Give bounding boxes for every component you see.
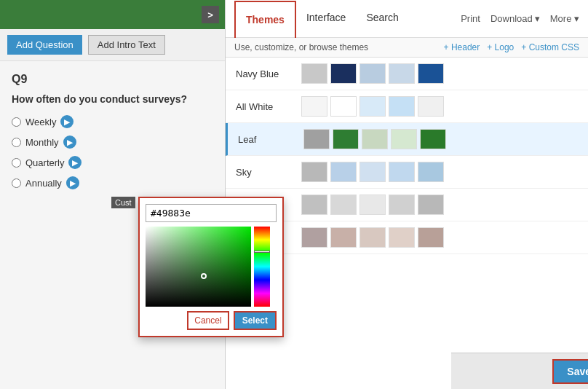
theme-name-3: Sky	[236, 167, 294, 178]
swatch-4-4[interactable]	[418, 194, 444, 215]
quarterly-arrow[interactable]: ▶	[68, 156, 82, 169]
monthly-arrow[interactable]: ▶	[63, 135, 76, 149]
sub-bar: Use, customize, or browse themes Header …	[226, 38, 588, 58]
swatch-0-2[interactable]	[359, 63, 386, 84]
left-buttons: Add Question Add Intro Text	[0, 29, 225, 61]
color-swatches-3	[301, 162, 444, 182]
swatch-1-0[interactable]	[301, 96, 327, 117]
color-hex-row	[146, 204, 277, 222]
theme-name-2: Leaf	[238, 134, 296, 145]
add-intro-button[interactable]: Add Intro Text	[88, 35, 165, 55]
swatch-3-1[interactable]	[330, 162, 357, 182]
picker-buttons: Cancel Select	[146, 311, 277, 330]
download-action[interactable]: Download ▾	[490, 13, 540, 24]
theme-row-navy-blue[interactable]: Navy Blue	[226, 58, 588, 90]
swatch-2-1[interactable]	[333, 129, 359, 149]
gradient-cursor	[201, 273, 207, 279]
option-label-weekly: Weekly	[25, 117, 56, 127]
color-swatches-1	[301, 96, 444, 117]
sub-bar-text: Use, customize, or browse themes	[234, 42, 368, 52]
custom-css-link[interactable]: Custom CSS	[521, 42, 579, 52]
theme-row-leaf[interactable]: Leaf	[226, 123, 588, 156]
swatch-2-0[interactable]	[303, 129, 330, 149]
option-annually: Annually ▶	[12, 176, 213, 189]
color-swatches-2	[303, 129, 446, 149]
bottom-bar: Save Changes Cancel	[451, 353, 588, 389]
weekly-arrow[interactable]: ▶	[60, 115, 74, 128]
theme-row-sky[interactable]: Sky	[226, 156, 588, 189]
swatch-4-1[interactable]	[330, 194, 357, 215]
swatch-2-4[interactable]	[420, 129, 446, 149]
option-weekly: Weekly ▶	[12, 115, 213, 128]
add-question-button[interactable]: Add Question	[7, 35, 82, 55]
swatch-3-4[interactable]	[418, 162, 444, 182]
theme-row-all-white[interactable]: All White	[226, 90, 588, 123]
hue-slider[interactable]	[254, 227, 270, 307]
color-swatches-4	[301, 194, 444, 215]
radio-quarterly[interactable]	[12, 158, 21, 168]
swatch-4-0[interactable]	[301, 194, 327, 215]
swatch-0-4[interactable]	[418, 63, 444, 84]
swatch-0-1[interactable]	[330, 63, 357, 84]
option-monthly: Monthly ▶	[12, 135, 213, 149]
swatch-5-2[interactable]	[359, 227, 386, 248]
swatch-1-2[interactable]	[359, 96, 386, 117]
swatch-2-3[interactable]	[391, 129, 417, 149]
swatch-3-3[interactable]	[389, 162, 415, 182]
hue-indicator	[254, 251, 270, 253]
top-right-actions: Print Download ▾ More ▾	[461, 13, 579, 24]
swatch-5-4[interactable]	[418, 227, 444, 248]
color-swatches-5	[301, 227, 444, 248]
picker-select-button[interactable]: Select	[234, 311, 277, 330]
swatch-0-0[interactable]	[301, 63, 327, 84]
logo-link[interactable]: Logo	[487, 42, 514, 52]
color-hex-input[interactable]	[146, 204, 277, 222]
swatch-5-0[interactable]	[301, 227, 327, 248]
radio-monthly[interactable]	[12, 138, 21, 147]
sub-bar-links: Header Logo Custom CSS	[444, 42, 579, 52]
color-picker-popup: Cancel Select	[138, 197, 284, 337]
annually-arrow[interactable]: ▶	[66, 176, 79, 189]
swatch-4-2[interactable]	[359, 194, 386, 215]
more-action[interactable]: More ▾	[550, 13, 579, 24]
top-tabs: Themes Interface Search	[234, 0, 409, 37]
option-label-quarterly: Quarterly	[25, 157, 64, 168]
swatch-0-3[interactable]	[389, 63, 415, 84]
swatch-1-4[interactable]	[418, 96, 444, 117]
question-label: Q9	[12, 73, 213, 86]
tab-interface[interactable]: Interface	[296, 0, 356, 37]
radio-annually[interactable]	[12, 178, 21, 188]
swatch-3-2[interactable]	[359, 162, 386, 182]
left-header: >	[0, 0, 225, 29]
color-gradient[interactable]	[146, 227, 251, 307]
swatch-5-1[interactable]	[330, 227, 357, 248]
question-area: Q9 How often do you conduct surveys? Wee…	[0, 61, 225, 208]
swatch-1-3[interactable]	[389, 96, 415, 117]
swatch-4-3[interactable]	[389, 194, 415, 215]
header-link[interactable]: Header	[444, 42, 480, 52]
swatch-3-0[interactable]	[301, 162, 327, 182]
color-swatches-0	[301, 63, 444, 84]
picker-cancel-button[interactable]: Cancel	[187, 311, 229, 330]
print-action[interactable]: Print	[461, 13, 480, 24]
swatch-1-1[interactable]	[330, 96, 357, 117]
top-bar: Themes Interface Search Print Download ▾…	[226, 0, 588, 38]
swatch-2-2[interactable]	[362, 129, 388, 149]
tab-themes[interactable]: Themes	[234, 1, 296, 38]
swatch-5-3[interactable]	[389, 227, 415, 248]
option-label-monthly: Monthly	[25, 137, 59, 148]
theme-name-0: Navy Blue	[236, 68, 294, 79]
question-text: How often do you conduct surveys?	[12, 93, 213, 105]
collapse-arrow[interactable]: >	[202, 6, 219, 23]
option-quarterly: Quarterly ▶	[12, 156, 213, 169]
option-label-annually: Annually	[25, 178, 62, 189]
picker-controls	[146, 227, 277, 307]
tab-search[interactable]: Search	[356, 0, 408, 37]
cust-label: Cust	[111, 197, 135, 208]
theme-name-1: All White	[236, 101, 294, 112]
save-changes-button[interactable]: Save Changes	[552, 359, 588, 384]
radio-weekly[interactable]	[12, 117, 21, 127]
